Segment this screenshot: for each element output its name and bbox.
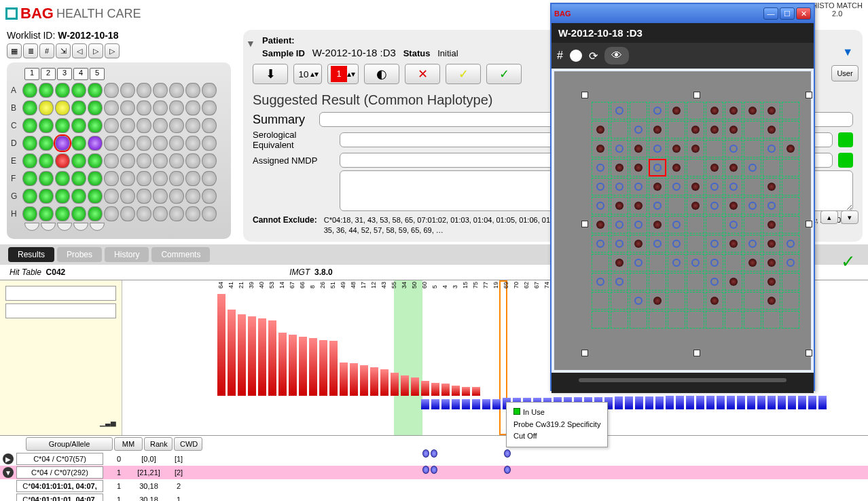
well-B5[interactable] xyxy=(88,100,103,115)
well-C7[interactable] xyxy=(120,118,135,133)
well-B7[interactable] xyxy=(120,100,135,115)
plate-col-1[interactable]: 1 xyxy=(24,68,39,80)
well-G11[interactable] xyxy=(185,189,200,204)
well-A8[interactable] xyxy=(137,83,151,98)
tab-results[interactable]: Results xyxy=(8,247,54,262)
well-H6[interactable] xyxy=(104,206,119,221)
well-D2[interactable] xyxy=(39,136,54,151)
well-C12[interactable] xyxy=(202,118,217,133)
well-F2[interactable] xyxy=(39,171,54,186)
plate-col-3[interactable]: 3 xyxy=(57,68,72,80)
tab-comments[interactable]: Comments xyxy=(151,247,210,262)
well-E10[interactable] xyxy=(169,153,184,168)
well-G3[interactable] xyxy=(55,189,70,204)
collapse-icon[interactable]: ▼ xyxy=(246,38,255,49)
well-F9[interactable] xyxy=(153,171,168,186)
well-D5[interactable] xyxy=(88,136,103,151)
well-F10[interactable] xyxy=(169,171,184,186)
nav-first-button[interactable]: ◁ xyxy=(72,43,87,58)
well-E9[interactable] xyxy=(153,153,168,168)
well-G8[interactable] xyxy=(137,189,151,204)
well-C4[interactable] xyxy=(71,118,86,133)
reject-button[interactable]: ✕ xyxy=(405,64,440,84)
well-G2[interactable] xyxy=(39,189,54,204)
import-button[interactable]: ⬇ xyxy=(253,64,288,84)
well-H11[interactable] xyxy=(185,206,200,221)
accept-button[interactable]: ✓ xyxy=(486,64,522,84)
well-A12[interactable] xyxy=(202,83,217,98)
nav-next-button[interactable]: ▷ xyxy=(105,43,120,58)
well-H5[interactable] xyxy=(88,206,103,221)
well-G12[interactable] xyxy=(202,189,217,204)
well-F4[interactable] xyxy=(71,171,86,186)
tab-probes[interactable]: Probes xyxy=(57,247,102,262)
well-G9[interactable] xyxy=(153,189,168,204)
well-A4[interactable] xyxy=(71,83,86,98)
well-B11[interactable] xyxy=(185,100,200,115)
well-G5[interactable] xyxy=(88,189,103,204)
well-F12[interactable] xyxy=(202,171,217,186)
well-G1[interactable] xyxy=(22,189,37,204)
well-B8[interactable] xyxy=(137,100,151,115)
well-B3[interactable] xyxy=(55,100,70,115)
col-mm[interactable]: MM xyxy=(114,437,143,451)
row-expand-icon[interactable]: ▶ xyxy=(3,453,14,464)
well-G10[interactable] xyxy=(169,189,184,204)
well-E5[interactable] xyxy=(88,153,103,168)
well-E1[interactable] xyxy=(22,153,37,168)
table-row[interactable]: C*04:01:01:01, 04:07,130,181 xyxy=(0,493,868,501)
well-C8[interactable] xyxy=(137,118,151,133)
plate-col-2[interactable]: 2 xyxy=(41,68,56,80)
spinner-1[interactable]: ▴▾ xyxy=(293,64,322,84)
well-F8[interactable] xyxy=(137,171,151,186)
well-E8[interactable] xyxy=(137,153,151,168)
well-D11[interactable] xyxy=(185,136,200,151)
well-D1[interactable] xyxy=(22,136,37,151)
nmdp-ok-button[interactable] xyxy=(838,153,853,168)
well-D12[interactable] xyxy=(202,136,217,151)
well-A11[interactable] xyxy=(185,83,200,98)
spinner-2[interactable]: 1▴▾ xyxy=(327,64,359,84)
col-group-allele[interactable]: Group/Allele xyxy=(26,437,113,451)
col-rank[interactable]: Rank xyxy=(144,437,173,451)
hash-button[interactable]: # xyxy=(39,43,54,58)
well-H2[interactable] xyxy=(39,206,54,221)
well-A2[interactable] xyxy=(39,83,54,98)
well-F3[interactable] xyxy=(55,171,70,186)
tab-history[interactable]: History xyxy=(105,247,149,262)
popup-max-button[interactable]: ☐ xyxy=(780,7,795,20)
well-H1[interactable] xyxy=(22,206,37,221)
well-D3[interactable] xyxy=(55,136,70,151)
well-B12[interactable] xyxy=(202,100,217,115)
well-H4[interactable] xyxy=(71,206,86,221)
well-D6[interactable] xyxy=(104,136,119,151)
well-F1[interactable] xyxy=(22,171,37,186)
nav-prev-button[interactable]: ▷ xyxy=(88,43,103,58)
well-E11[interactable] xyxy=(185,153,200,168)
sphere-button[interactable]: ◐ xyxy=(364,64,399,84)
well-C2[interactable] xyxy=(39,118,54,133)
well-E4[interactable] xyxy=(71,153,86,168)
popup-circle-button[interactable] xyxy=(570,50,582,62)
sero-ok-button[interactable] xyxy=(838,132,853,147)
view-list-button[interactable]: ≣ xyxy=(23,43,38,58)
well-C3[interactable] xyxy=(55,118,70,133)
well-F11[interactable] xyxy=(185,171,200,186)
popup-hash-button[interactable]: # xyxy=(557,50,563,62)
well-G7[interactable] xyxy=(120,189,135,204)
well-G6[interactable] xyxy=(104,189,119,204)
user-button[interactable]: User xyxy=(831,65,858,81)
popup-slider[interactable] xyxy=(551,373,814,393)
filter-input-1[interactable] xyxy=(5,286,116,301)
well-E6[interactable] xyxy=(104,153,119,168)
expand-arrow-icon[interactable]: ▼ xyxy=(842,46,853,58)
plate-col-4[interactable]: 4 xyxy=(73,68,88,80)
well-H10[interactable] xyxy=(169,206,184,221)
popup-refresh-button[interactable]: ⟳ xyxy=(589,50,598,62)
filter-input-2[interactable] xyxy=(5,303,116,318)
well-C6[interactable] xyxy=(104,118,119,133)
well-D10[interactable] xyxy=(169,136,184,151)
well-H8[interactable] xyxy=(137,206,151,221)
well-B10[interactable] xyxy=(169,100,184,115)
well-A3[interactable] xyxy=(55,83,70,98)
